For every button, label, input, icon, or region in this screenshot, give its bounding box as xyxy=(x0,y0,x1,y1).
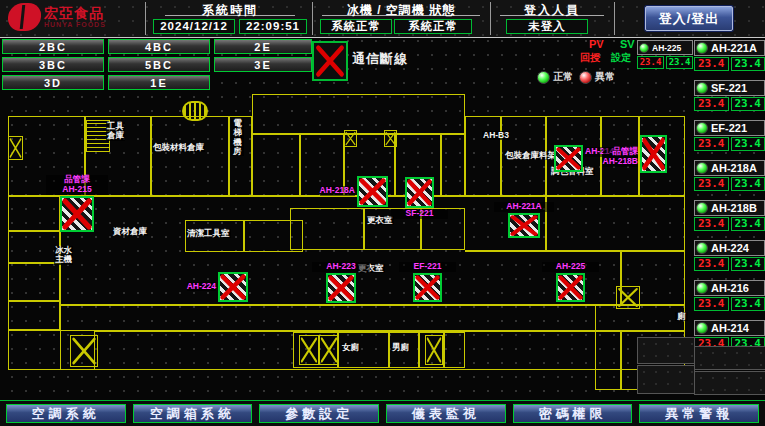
abnormal-legend-label: 異常 xyxy=(595,70,615,84)
wall xyxy=(228,116,230,196)
floor-button-3d[interactable]: 3D xyxy=(2,75,104,90)
wall xyxy=(8,300,60,302)
comm-loss-x-icon xyxy=(556,273,585,302)
unit-status-led-icon xyxy=(696,242,708,254)
stairs-x-icon xyxy=(616,286,640,309)
unit-values: 23.423.4 xyxy=(694,97,765,111)
unit-values: 23.423.4 xyxy=(694,137,765,151)
comm-loss-legend-label: 通信斷線 xyxy=(352,50,408,68)
unit-name-label: AH-224 xyxy=(711,242,749,254)
room-label: 男廁 xyxy=(391,343,410,352)
nav-ac-system[interactable]: 空調系統 xyxy=(6,404,126,423)
unit-name: AH-218B xyxy=(694,200,765,216)
unit-values: 23.423.4 xyxy=(694,57,765,71)
unit-ah-224[interactable]: AH-22423.423.4 xyxy=(694,240,765,271)
floor-button-4bc[interactable]: 4BC xyxy=(108,39,210,54)
unit-name: AH-214 xyxy=(694,320,765,336)
pv-value: 23.4 xyxy=(694,177,729,191)
ahu-marker-ah-224[interactable]: AH-224 xyxy=(218,272,248,302)
ahu-marker-ah-215[interactable]: 品管課AH-215 xyxy=(60,196,94,232)
wall xyxy=(243,220,245,252)
nav-parameter-settings[interactable]: 參數設定 xyxy=(259,404,379,423)
normal-legend: 正常 xyxy=(537,70,573,84)
unit-ah-216[interactable]: AH-21623.423.4 xyxy=(694,280,765,311)
nav-meter-monitor[interactable]: 儀表監視 xyxy=(386,404,506,423)
pv-value: 23.4 xyxy=(694,297,729,311)
unit-sf-221[interactable]: SF-22123.423.4 xyxy=(694,80,765,111)
marker-label: AH-224 xyxy=(187,282,216,292)
logo-subtitle: HUNYA FOODS xyxy=(44,21,106,29)
floor-button-5bc[interactable]: 5BC xyxy=(108,57,210,72)
ahu-status-value: 系統正常 xyxy=(394,19,472,34)
wall xyxy=(440,133,442,196)
empty-cell xyxy=(694,346,765,370)
unit-ah-218b[interactable]: AH-218B23.423.4 xyxy=(694,200,765,231)
pv-value: 23.4 xyxy=(694,257,729,271)
system-date-value: 2024/12/12 xyxy=(153,19,235,34)
marker-label: AH-223 xyxy=(312,262,370,272)
room-label: 工具 倉庫 xyxy=(106,122,125,141)
divider xyxy=(145,2,146,35)
unit-ef-221[interactable]: EF-22123.423.4 xyxy=(694,120,765,151)
ahu-marker-ah-218b[interactable]: 品管課AH-218B xyxy=(640,135,667,173)
comm-loss-x-icon xyxy=(508,213,540,238)
logo-title: 宏亞食品 xyxy=(44,6,106,21)
unit-name-label: AH-214 xyxy=(711,322,749,334)
nav-password-auth[interactable]: 密碼權限 xyxy=(513,404,633,423)
unit-name-label: AH-218B xyxy=(711,202,757,214)
normal-legend-label: 正常 xyxy=(553,70,573,84)
wall xyxy=(95,330,620,332)
room-label: 包裝材料倉庫 xyxy=(152,143,205,152)
login-logout-button[interactable]: 登入/登出 xyxy=(645,6,733,31)
comm-loss-x-icon xyxy=(357,176,388,207)
bottom-nav-bar: 空調系統空調箱系統參數設定儀表監視密碼權限異常警報 xyxy=(0,400,765,426)
marker-label: 品管課AH-215 xyxy=(46,175,108,195)
wall xyxy=(8,116,252,196)
nav-ahu-system[interactable]: 空調箱系統 xyxy=(133,404,253,423)
marker-label: AH-221A xyxy=(494,202,554,212)
wall xyxy=(465,250,685,252)
ahu-marker-ah-225[interactable]: AH-225 xyxy=(556,273,585,302)
ahu-marker-ef-221[interactable]: EF-221 xyxy=(413,273,442,302)
unit-ah-218a[interactable]: AH-218A23.423.4 xyxy=(694,160,765,191)
ahu-marker-ah-218a[interactable]: AH-218A xyxy=(357,176,388,207)
sv-value: 23.4 xyxy=(731,137,765,151)
wall xyxy=(418,332,420,368)
room-label: 更衣室 xyxy=(366,216,394,225)
ahu-marker-ah-223[interactable]: AH-223 xyxy=(326,273,356,303)
unit-name: SF-221 xyxy=(694,80,765,96)
floor-button-2e[interactable]: 2E xyxy=(214,39,312,54)
floor-button-3bc[interactable]: 3BC xyxy=(2,57,104,72)
unit-ah-221a[interactable]: AH-221A23.423.4 xyxy=(694,40,765,71)
nav-alarm[interactable]: 異常警報 xyxy=(639,404,759,423)
floor-button-2bc[interactable]: 2BC xyxy=(2,39,104,54)
empty-cell xyxy=(637,337,695,364)
ahu-marker-ah-221a[interactable]: AH-221A xyxy=(508,213,540,238)
unit-status-led-icon xyxy=(696,322,708,334)
unit-status-led-icon xyxy=(696,162,708,174)
sv-sub-header: 設定 xyxy=(611,51,631,65)
wall xyxy=(8,262,60,264)
login-user-value: 未登入 xyxy=(506,19,588,34)
unit-name: AH-221A xyxy=(694,40,765,56)
unit-values: 23.423.4 xyxy=(694,297,765,311)
unit-ah-225[interactable]: AH-22523.423.4 xyxy=(637,40,693,69)
unit-values: 23.423.4 xyxy=(694,177,765,191)
unit-column-left: AH-22523.423.4 xyxy=(637,40,693,78)
unit-name-label: AH-216 xyxy=(711,282,749,294)
marker-label: SF-221 xyxy=(391,209,448,219)
unit-status-led-icon xyxy=(696,82,708,94)
sv-value: 23.4 xyxy=(666,56,693,69)
divider xyxy=(490,2,491,35)
wall xyxy=(595,330,685,332)
comm-loss-x-icon xyxy=(405,177,434,208)
floor-button-1e[interactable]: 1E xyxy=(108,75,210,90)
logo-icon xyxy=(8,3,38,31)
hmi-screen: 宏亞食品 HUNYA FOODS 系統時間 2024/12/12 22:09:5… xyxy=(0,0,765,426)
comm-loss-x-icon xyxy=(60,196,94,232)
stairs-x-icon xyxy=(319,335,339,365)
floor-button-3e[interactable]: 3E xyxy=(214,57,312,72)
ahu-marker-ah-214[interactable]: AH-214 xyxy=(554,145,583,172)
pv-value: 23.4 xyxy=(694,97,729,111)
ahu-marker-sf-221[interactable]: SF-221 xyxy=(405,177,434,208)
